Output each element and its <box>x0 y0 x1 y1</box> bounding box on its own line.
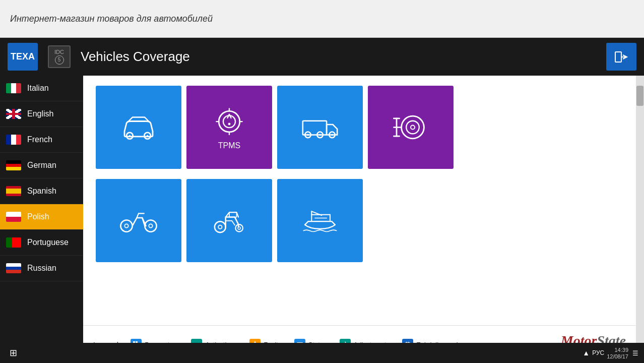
tile-wheel-tool[interactable] <box>368 86 454 169</box>
taskbar-system-icons: ▲ РУС <box>583 349 604 357</box>
app-container: TEXA IDC 5 Vehicles Coverage Italian Eng… <box>0 38 644 363</box>
svg-rect-35 <box>229 212 237 217</box>
top-bar: Интернет-магазин товаров для автомобилей <box>0 0 644 38</box>
svg-point-29 <box>124 224 128 227</box>
tile-motorcycle[interactable] <box>96 179 181 262</box>
svg-point-20 <box>402 116 424 139</box>
tile-tractor[interactable] <box>186 179 272 262</box>
sidebar-item-italian[interactable]: Italian <box>0 76 83 101</box>
idc-number: 5 <box>55 55 64 65</box>
lang-label-spanish: Spanish <box>27 187 56 196</box>
lang-label-italian: Italian <box>27 84 49 93</box>
sidebar-item-polish[interactable]: Polish <box>0 204 83 230</box>
flag-french <box>6 135 21 145</box>
sidebar-item-portuguese[interactable]: Portuguese <box>0 230 83 256</box>
taskbar-lang: РУС <box>592 349 604 356</box>
scrollbar[interactable] <box>636 76 644 363</box>
scroll-thumb[interactable] <box>636 86 643 106</box>
texa-logo: TEXA <box>8 43 38 71</box>
tile-tpms[interactable]: TPMS <box>186 86 272 169</box>
sidebar-item-french[interactable]: French <box>0 127 83 153</box>
lang-label-polish: Polish <box>27 212 49 221</box>
svg-point-12 <box>228 123 231 126</box>
content-area: Italian English French German Spanish Po… <box>0 76 644 363</box>
page-title: Vehicles Coverage <box>81 49 596 65</box>
svg-point-22 <box>411 126 415 130</box>
lang-label-german: German <box>27 161 56 170</box>
taskbar-clock: 14:39 12/08/17 <box>607 347 628 359</box>
flag-german <box>6 160 21 170</box>
taskbar-time: 14:39 <box>614 347 628 353</box>
lang-label-russian: Russian <box>27 264 56 273</box>
lang-label-english: English <box>27 109 53 118</box>
svg-point-28 <box>145 220 156 231</box>
tile-tpms-label: TPMS <box>218 141 240 150</box>
sidebar-item-english[interactable]: English <box>0 101 83 127</box>
svg-point-33 <box>235 224 243 232</box>
tile-boat[interactable] <box>277 179 363 262</box>
sidebar-item-russian[interactable]: Russian <box>0 256 83 281</box>
sidebar-item-german[interactable]: German <box>0 153 83 178</box>
lang-label-portuguese: Portuguese <box>27 238 69 247</box>
svg-point-17 <box>319 134 321 136</box>
svg-point-31 <box>215 221 226 232</box>
svg-point-7 <box>223 115 235 128</box>
app-header: TEXA IDC 5 Vehicles Coverage <box>0 38 644 76</box>
flag-spanish <box>6 186 21 196</box>
taskbar-chevron-icon[interactable]: ▲ <box>583 349 590 357</box>
start-button[interactable]: ⊞ <box>4 344 22 362</box>
svg-point-21 <box>406 121 419 134</box>
lang-label-french: French <box>27 135 52 144</box>
flag-english <box>6 109 21 119</box>
taskbar-date: 12/08/17 <box>607 353 628 359</box>
top-bar-title: Интернет-магазин товаров для автомобилей <box>10 14 213 24</box>
svg-point-27 <box>120 220 132 231</box>
header-action-button[interactable] <box>606 43 636 71</box>
flag-polish <box>6 212 21 222</box>
svg-point-15 <box>307 134 309 136</box>
svg-point-32 <box>218 225 222 229</box>
tile-car[interactable] <box>96 86 181 169</box>
idc-badge: IDC 5 <box>48 45 71 68</box>
svg-point-19 <box>331 134 333 136</box>
flag-russian <box>6 263 21 273</box>
tile-truck[interactable] <box>277 86 363 169</box>
svg-point-5 <box>147 135 148 137</box>
main-content: TPMS <box>83 76 636 325</box>
vehicle-row-2 <box>96 179 623 262</box>
idc-label: IDC <box>54 49 64 55</box>
taskbar-notification-button[interactable]: ☰ <box>631 348 640 358</box>
flag-italian <box>6 83 21 93</box>
language-sidebar: Italian English French German Spanish Po… <box>0 76 83 363</box>
svg-rect-0 <box>615 52 621 62</box>
sidebar-item-spanish[interactable]: Spanish <box>0 178 83 204</box>
flag-portuguese <box>6 237 21 248</box>
vehicle-row-1: TPMS <box>96 86 623 169</box>
svg-point-4 <box>129 135 131 137</box>
svg-point-30 <box>149 224 152 227</box>
main-panel: TPMS <box>83 76 636 363</box>
taskbar: ⊞ ▲ РУС 14:39 12/08/17 ☰ <box>0 343 644 363</box>
